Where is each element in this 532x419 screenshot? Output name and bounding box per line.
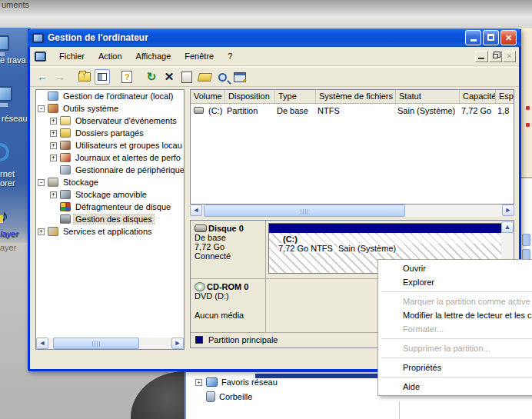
scroll-left-icon[interactable]: ◄	[36, 338, 48, 349]
desktop-label-internet-1[interactable]: rnet	[0, 169, 15, 178]
list-horizontal-scrollbar[interactable]: ◄ ►	[190, 205, 514, 217]
disk0-size: 7,72 Go	[195, 242, 263, 251]
help-icon[interactable]	[119, 69, 135, 85]
expand-icon[interactable]: +	[50, 155, 57, 161]
refresh-icon[interactable]: ↻	[144, 69, 159, 85]
network-icon[interactable]	[0, 86, 12, 101]
internet-explorer-icon[interactable]	[0, 143, 9, 161]
background-red-mark	[526, 106, 530, 110]
expand-icon[interactable]: +	[50, 130, 57, 137]
scroll-right-icon[interactable]: ►	[502, 205, 514, 216]
shared-folders-icon	[60, 128, 71, 138]
menu-bar: Fichier Action Affichage Fenêtre ? ✕	[30, 47, 519, 66]
media-player-icon[interactable]	[0, 209, 14, 228]
tree-item-event-viewer[interactable]: + Observateur d'événements	[36, 115, 184, 127]
mdi-restore-button[interactable]	[489, 51, 502, 62]
title-bar[interactable]: Gestion de l'ordinateur ✕	[28, 28, 521, 47]
scrollbar-track[interactable]	[48, 338, 171, 349]
expand-icon[interactable]: +	[50, 191, 57, 198]
menu-item-change-drive-letter[interactable]: Modifier la lettre de lecteur et les che…	[380, 308, 532, 322]
menu-item-help[interactable]: Aide	[380, 380, 532, 394]
scrollbar-thumb[interactable]	[53, 338, 139, 349]
explorer-item-recycle-bin[interactable]: Corbeille	[206, 391, 252, 402]
tree-item-disk-management[interactable]: Gestion des disques	[36, 213, 184, 225]
back-icon[interactable]: ←	[35, 69, 50, 85]
column-type[interactable]: Type	[275, 90, 316, 104]
expand-icon[interactable]: +	[50, 142, 57, 149]
disk0-info[interactable]: Disque 0 De base 7,72 Go Connecté	[191, 221, 266, 278]
scroll-up-icon[interactable]: ▲	[501, 221, 514, 233]
minimize-button[interactable]	[465, 30, 481, 45]
volume-row-c[interactable]: (C:) Partition De base NTFS Sain (Systèm…	[191, 104, 514, 117]
menu-separator	[381, 377, 532, 377]
close-button[interactable]: ✕	[500, 30, 517, 45]
desktop-label-internet-2[interactable]: orer	[0, 178, 15, 188]
menu-item-open[interactable]: Ouvrir	[380, 261, 532, 275]
explorer-item-label[interactable]: Corbeille	[219, 392, 252, 401]
maximize-button[interactable]	[483, 30, 499, 45]
collapse-icon[interactable]: -	[38, 179, 45, 186]
expand-icon[interactable]: +	[195, 379, 202, 386]
desktop-label-player-2[interactable]: ayer	[0, 243, 16, 252]
console-window-icon[interactable]	[232, 69, 248, 85]
my-computer-icon[interactable]	[0, 35, 9, 51]
partition-name: (C:)	[281, 234, 503, 244]
disk-icon	[195, 224, 207, 232]
tree-item-device-manager[interactable]: Gestionnaire de périphérique	[36, 164, 184, 176]
explorer-item-label[interactable]: Favoris réseau	[221, 377, 278, 387]
column-free-space[interactable]: Esp	[496, 90, 514, 104]
tree-item-system-tools[interactable]: - Outils système	[36, 102, 184, 115]
tree-item-removable-storage[interactable]: + Stockage amovible	[36, 188, 184, 201]
cell-capacity: 7,72 Go	[458, 106, 494, 115]
desktop-label-documents[interactable]: uments	[2, 0, 29, 9]
column-capacity[interactable]: Capacité	[460, 90, 496, 104]
column-disposition[interactable]: Disposition	[225, 90, 275, 104]
mdi-close-button: ✕	[503, 51, 516, 62]
tree-horizontal-scrollbar[interactable]: ◄ ►	[36, 338, 184, 349]
background-red-mark	[526, 123, 530, 127]
menu-help[interactable]: ?	[221, 49, 239, 63]
column-status[interactable]: Statut	[396, 90, 460, 104]
find-icon[interactable]	[214, 69, 230, 85]
tree-item-performance-logs[interactable]: + Journaux et alertes de perfo	[36, 151, 184, 164]
menu-window[interactable]: Fenêtre	[178, 49, 221, 63]
tree-item-storage[interactable]: - Stockage	[36, 176, 184, 188]
cell-status: Sain (Système)	[394, 106, 458, 115]
expand-icon[interactable]: +	[38, 228, 45, 235]
column-volume[interactable]: Volume	[191, 90, 225, 104]
desktop-label-player-1[interactable]: layer	[0, 229, 18, 238]
open-folder-icon[interactable]	[197, 69, 212, 85]
properties-icon[interactable]	[179, 69, 195, 85]
tree-item-services-applications[interactable]: + Services et applications	[36, 225, 184, 238]
menu-item-explore[interactable]: Explorer	[380, 275, 532, 289]
scrollbar-thumb[interactable]	[204, 205, 405, 217]
expand-icon[interactable]: +	[50, 118, 57, 125]
column-filesystem[interactable]: Système de fichiers	[316, 90, 396, 104]
scroll-right-icon[interactable]: ►	[171, 338, 184, 349]
background-scroll-fragment	[522, 234, 530, 246]
menu-file[interactable]: Fichier	[52, 49, 91, 63]
cell-free-space: 1,8	[494, 106, 514, 115]
desktop-label-workstation[interactable]: e trava	[0, 55, 26, 65]
explorer-item-network-places[interactable]: + Favoris réseau	[195, 377, 278, 387]
collapse-icon[interactable]: -	[38, 105, 45, 112]
cdrom-info[interactable]: CD-ROM 0 DVD (D:) Aucun média	[191, 279, 266, 332]
tree-item-disk-defragmenter[interactable]: Défragmenteur de disque	[36, 201, 184, 213]
up-one-level-icon[interactable]: ↑	[77, 69, 92, 85]
tree-item-local-users-groups[interactable]: + Utilisateurs et groupes locau	[36, 139, 184, 151]
scrollbar-track[interactable]	[202, 205, 502, 217]
tree-item-shared-folders[interactable]: + Dossiers partagés	[36, 127, 184, 139]
scroll-left-icon[interactable]: ◄	[190, 205, 202, 216]
menu-item-properties[interactable]: Propriétés	[380, 361, 532, 374]
desktop-label-network[interactable]: réseau	[2, 114, 28, 123]
cell-filesystem: NTFS	[314, 106, 394, 115]
menu-view[interactable]: Affichage	[129, 49, 178, 63]
tree-item-computer-management[interactable]: Gestion de l'ordinateur (local)	[36, 90, 184, 102]
mdi-minimize-button[interactable]	[475, 51, 488, 62]
cdrom-media: Aucun média	[195, 311, 263, 320]
delete-icon[interactable]: ✕	[161, 69, 177, 85]
explorer-pane-divider	[399, 401, 400, 419]
show-hide-console-tree-icon[interactable]	[95, 69, 110, 85]
menu-action[interactable]: Action	[91, 49, 129, 63]
partition-status: Sain (Système)	[337, 244, 397, 253]
